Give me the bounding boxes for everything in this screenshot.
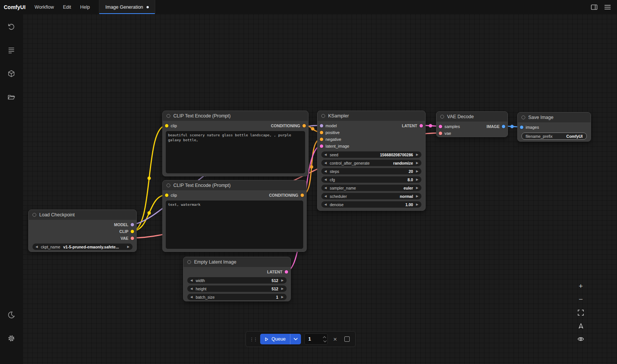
clear-queue-button[interactable]: × xyxy=(331,335,339,343)
node-header[interactable]: Load Checkpoint xyxy=(29,210,136,220)
node-clip-text-encode-negative[interactable]: CLIP Text Encode (Prompt) clip CONDITION… xyxy=(162,180,307,252)
sidebar-button-queue[interactable] xyxy=(5,43,18,57)
increment-icon[interactable]: ▶ xyxy=(416,203,418,206)
main-menu-button[interactable] xyxy=(602,2,613,12)
widget-cfg[interactable]: ◀ cfg 8.0 ▶ xyxy=(321,176,421,183)
node-header[interactable]: Save Image xyxy=(518,113,591,122)
node-header[interactable]: VAE Decode xyxy=(437,112,507,122)
zoom-in-button[interactable]: + xyxy=(574,280,588,292)
stop-button[interactable] xyxy=(343,335,351,343)
drag-handle-icon[interactable]: ⋮⋮ xyxy=(249,336,257,342)
input-port-clip[interactable] xyxy=(165,194,168,197)
input-port-samples[interactable] xyxy=(439,125,442,128)
decrement-icon[interactable]: ◀ xyxy=(324,162,327,165)
sidebar-button-workflows[interactable] xyxy=(5,90,18,104)
collapse-dot[interactable] xyxy=(167,184,170,187)
sidebar-button-settings[interactable] xyxy=(5,332,18,345)
collapse-dot[interactable] xyxy=(521,116,525,119)
queue-button[interactable]: Queue xyxy=(260,334,301,344)
widget-sampler-name[interactable]: ◀ sampler_name euler ▶ xyxy=(321,185,421,191)
sidebar-button-theme[interactable] xyxy=(5,308,18,322)
select-mode-button[interactable] xyxy=(574,320,588,332)
output-port-model[interactable] xyxy=(131,223,134,227)
batch-count-input[interactable]: 1 xyxy=(304,333,328,345)
node-save-image[interactable]: Save Image images filename_prefix ComfyU… xyxy=(517,112,591,142)
menu-edit[interactable]: Edit xyxy=(59,0,76,14)
collapse-dot[interactable] xyxy=(32,213,36,217)
decrement-icon[interactable]: ◀ xyxy=(324,203,327,206)
increment-icon[interactable]: ▶ xyxy=(281,279,284,282)
stepper-down-icon[interactable] xyxy=(323,339,326,342)
prompt-textarea[interactable]: text, watermark xyxy=(166,201,303,249)
collapse-dot[interactable] xyxy=(440,115,444,119)
prompt-textarea[interactable]: beautiful scenery nature glass bottle la… xyxy=(166,131,305,173)
input-port-vae[interactable] xyxy=(439,132,442,135)
zoom-out-button[interactable]: − xyxy=(574,293,588,305)
input-port-latent-image[interactable] xyxy=(320,145,323,148)
node-header[interactable]: Empty Latent Image xyxy=(184,257,290,267)
sidebar-button-history[interactable] xyxy=(5,20,18,34)
widget-steps[interactable]: ◀ steps 20 ▶ xyxy=(321,168,421,174)
decrement-icon[interactable]: ◀ xyxy=(324,170,327,173)
decrement-icon[interactable]: ◀ xyxy=(324,153,327,156)
tab-image-generation[interactable]: Image Generation xyxy=(99,0,155,14)
widget-filename-prefix[interactable]: filename_prefix ComfyUI xyxy=(521,133,587,140)
increment-icon[interactable]: ▶ xyxy=(416,178,418,181)
input-port-positive[interactable] xyxy=(320,131,323,134)
decrement-icon[interactable]: ◀ xyxy=(324,178,327,181)
node-header[interactable]: CLIP Text Encode (Prompt) xyxy=(163,111,308,121)
output-port-image[interactable] xyxy=(502,125,505,128)
play-icon xyxy=(264,337,269,342)
widget-denoise[interactable]: ◀ denoise 1.00 ▶ xyxy=(321,201,421,208)
increment-icon[interactable]: ▶ xyxy=(416,153,418,156)
collapse-dot[interactable] xyxy=(187,260,191,264)
node-clip-text-encode-positive[interactable]: CLIP Text Encode (Prompt) clip CONDITION… xyxy=(162,111,308,176)
node-ksampler[interactable]: KSampler model LATENT positive negative … xyxy=(317,111,426,211)
decrement-icon[interactable]: ◀ xyxy=(190,287,193,290)
widget-width[interactable]: ◀ width 512 ▶ xyxy=(187,277,287,284)
increment-icon[interactable]: ▶ xyxy=(416,195,418,198)
sidebar-button-model-library[interactable] xyxy=(5,67,18,80)
widget-ckpt-name[interactable]: ◀ ckpt_name v1-5-pruned-emaonly.safete..… xyxy=(32,244,133,250)
decrement-icon[interactable]: ◀ xyxy=(190,279,193,282)
increment-icon[interactable]: ▶ xyxy=(281,287,284,290)
input-port-images[interactable] xyxy=(520,126,523,129)
node-empty-latent-image[interactable]: Empty Latent Image LATENT ◀ width 512 ▶ … xyxy=(183,257,291,301)
menu-help[interactable]: Help xyxy=(76,0,94,14)
decrement-icon[interactable]: ◀ xyxy=(190,296,193,299)
output-port-clip[interactable] xyxy=(131,230,134,233)
queue-options-button[interactable] xyxy=(290,334,301,344)
increment-icon[interactable]: ▶ xyxy=(416,187,418,190)
collapse-dot[interactable] xyxy=(167,114,170,118)
node-header[interactable]: CLIP Text Encode (Prompt) xyxy=(163,180,306,190)
increment-icon[interactable]: ▶ xyxy=(281,296,284,299)
widget-batch-size[interactable]: ◀ batch_size 1 ▶ xyxy=(187,294,287,300)
node-load-checkpoint[interactable]: Load Checkpoint MODEL CLIP VAE ◀ ckpt_na… xyxy=(28,210,137,252)
decrement-icon[interactable]: ◀ xyxy=(324,187,327,190)
node-header[interactable]: KSampler xyxy=(318,111,425,121)
widget-control-after-generate[interactable]: ◀ control_after_generate randomize ▶ xyxy=(321,160,421,166)
increment-icon[interactable]: ▶ xyxy=(416,170,418,173)
stepper-up-icon[interactable] xyxy=(323,336,326,339)
toggle-link-visibility-button[interactable] xyxy=(574,333,588,345)
widget-seed[interactable]: ◀ seed 156680208700286 ▶ xyxy=(321,151,421,158)
node-vae-decode[interactable]: VAE Decode samples IMAGE vae xyxy=(436,111,508,137)
collapse-dot[interactable] xyxy=(321,114,325,118)
input-port-model[interactable] xyxy=(320,124,323,128)
increment-icon[interactable]: ▶ xyxy=(127,245,130,248)
output-port-conditioning[interactable] xyxy=(301,194,304,197)
increment-icon[interactable]: ▶ xyxy=(416,162,418,165)
decrement-icon[interactable]: ◀ xyxy=(35,245,38,248)
output-port-vae[interactable] xyxy=(131,237,134,240)
fit-view-button[interactable] xyxy=(574,307,588,319)
menu-workflow[interactable]: Workflow xyxy=(30,0,59,14)
input-port-negative[interactable] xyxy=(320,138,323,141)
decrement-icon[interactable]: ◀ xyxy=(324,195,327,198)
output-port-latent[interactable] xyxy=(420,124,423,128)
panel-toggle-button[interactable] xyxy=(588,2,600,12)
widget-height[interactable]: ◀ height 512 ▶ xyxy=(187,285,287,292)
input-port-clip[interactable] xyxy=(165,124,168,128)
output-port-conditioning[interactable] xyxy=(302,124,306,128)
widget-scheduler[interactable]: ◀ scheduler normal ▶ xyxy=(321,193,421,199)
output-port-latent[interactable] xyxy=(285,270,288,274)
